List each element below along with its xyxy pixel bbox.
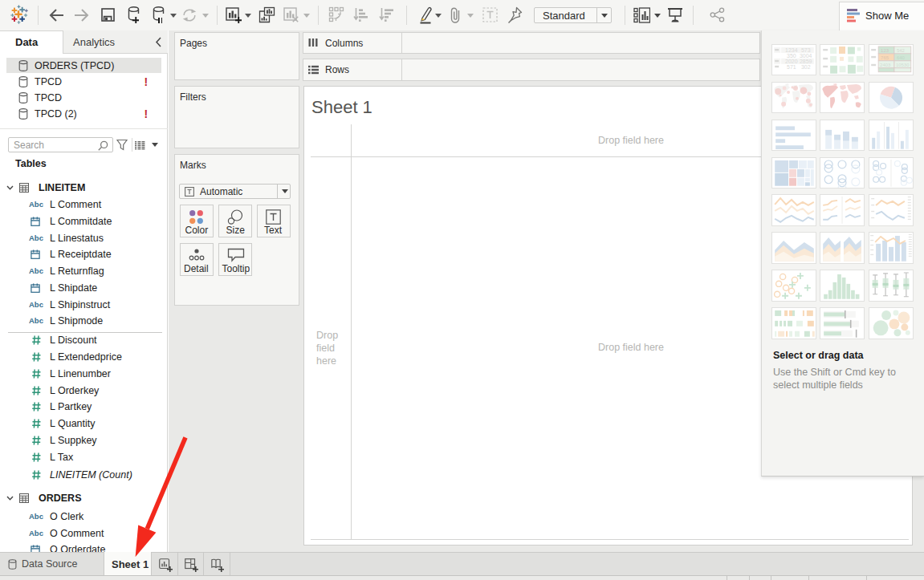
- svg-text:571: 571: [787, 64, 796, 70]
- svg-text:2020: 2020: [785, 59, 798, 64]
- svg-text:765: 765: [881, 55, 889, 60]
- svg-text:3004: 3004: [800, 53, 812, 59]
- svg-text:302: 302: [801, 64, 811, 70]
- svg-text:573: 573: [801, 47, 811, 53]
- svg-text:542: 542: [897, 48, 905, 53]
- svg-text:10530: 10530: [896, 63, 910, 67]
- svg-text:2403: 2403: [880, 63, 891, 67]
- svg-text:2859: 2859: [800, 59, 812, 64]
- svg-text:123: 123: [881, 48, 889, 53]
- svg-text:1234: 1234: [785, 47, 798, 53]
- svg-text:350: 350: [787, 53, 796, 59]
- svg-text:640: 640: [897, 55, 906, 60]
